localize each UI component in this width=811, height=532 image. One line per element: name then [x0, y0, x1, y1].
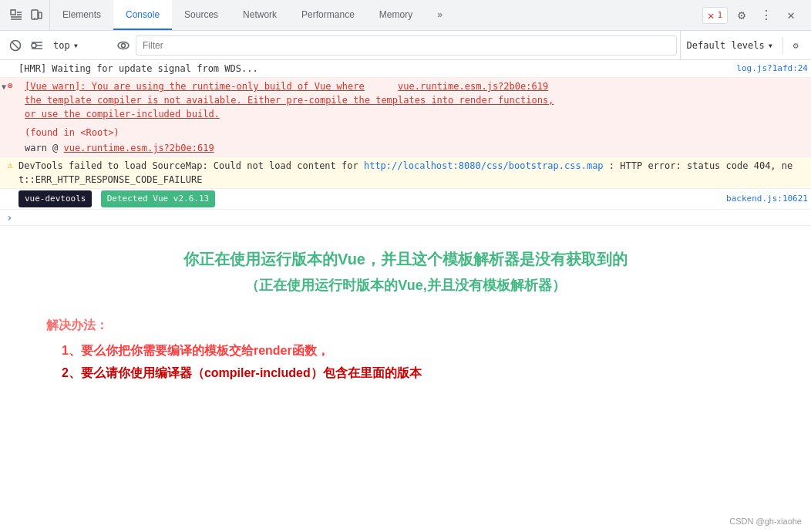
console-prompt-line: ›: [0, 210, 811, 226]
tab-list: Elements Console Sources Network Perform…: [50, 0, 696, 30]
solution-item-1: 1、要么你把你需要编译的模板交给render函数，: [46, 343, 765, 359]
error-icon: ✕: [708, 9, 714, 22]
tab-sources[interactable]: Sources: [172, 0, 231, 30]
vue-devtools-content: vue-devtools Detected Vue v2.6.13: [19, 190, 720, 207]
toolbar-divider: [782, 37, 783, 54]
warning-triangle-icon: ⚠: [5, 160, 15, 170]
vue-warn-line3: or use the compiler-included build.: [25, 109, 220, 120]
hmr-log-content: [HMR] Waiting for update signal from WDS…: [19, 62, 730, 76]
vue-warn-at-line: warn @ vue.runtime.esm.js?2b0e:619: [25, 141, 214, 155]
vue-devtools-line: vue-devtools Detected Vue v2.6.13 backen…: [0, 189, 811, 210]
svg-rect-0: [11, 10, 15, 15]
eye-icon[interactable]: [114, 36, 133, 55]
context-selector[interactable]: top ▾: [49, 39, 111, 52]
hmr-log-source[interactable]: log.js?1afd:24: [730, 62, 808, 76]
svg-point-3: [34, 17, 35, 19]
page-title-line1: 你正在使用运行版本的Vue，并且这个模板解析器是没有获取到的: [46, 249, 765, 270]
console-input[interactable]: [15, 212, 808, 223]
tab-bar-right: ✕ 1 ⚙ ⋮ ✕: [696, 5, 808, 26]
vue-detected-badge: Detected Vue v2.6.13: [101, 190, 215, 207]
close-icon[interactable]: ✕: [780, 5, 802, 26]
page-title-line2: （正在使用运行时版本的Vue,并且没有模板解析器）: [46, 276, 765, 295]
devtools-warn-content: DevTools failed to load SourceMap: Could…: [19, 159, 808, 187]
tab-network[interactable]: Network: [231, 0, 289, 30]
tab-elements[interactable]: Elements: [50, 0, 113, 30]
devtools-icons: [3, 0, 50, 30]
vue-warn-at-link[interactable]: vue.runtime.esm.js?2b0e:619: [64, 143, 214, 153]
solution-title: 解决办法：: [46, 318, 765, 334]
console-toolbar: top ▾ Default levels ▾ ⚙: [0, 31, 811, 60]
inspect-icon[interactable]: [9, 8, 23, 22]
devtools-source-link[interactable]: http://localhost:8080/css/bootstrap.css.…: [364, 160, 604, 171]
backend-source-link[interactable]: backend.js:10621: [720, 192, 808, 206]
svg-rect-2: [39, 12, 42, 19]
vue-warn-text-link[interactable]: [Vue warn]: You are using the runtime-on…: [25, 81, 365, 92]
solution-item-2: 2、要么请你使用编译器（compiler-included）包含在里面的版本: [46, 365, 765, 382]
error-badge: ✕ 1: [702, 7, 728, 24]
tab-performance[interactable]: Performance: [289, 0, 367, 30]
levels-selector[interactable]: Default levels ▾: [680, 31, 779, 59]
vue-devtools-badge: vue-devtools: [19, 190, 92, 207]
csdn-watermark: CSDN @gh-xiaohe: [729, 517, 802, 526]
devtools-warn-line: ⚠ DevTools failed to load SourceMap: Cou…: [0, 157, 811, 189]
vue-warn-found: (found in <Root>): [25, 126, 119, 140]
vue-warn-error-line: ⊗ ▼ [Vue warn]: You are using the runtim…: [0, 78, 811, 157]
svg-line-5: [12, 42, 19, 49]
filter-toggle-button[interactable]: [28, 36, 46, 55]
tab-bar: Elements Console Sources Network Perform…: [0, 0, 811, 31]
more-options-icon[interactable]: ⋮: [755, 5, 777, 26]
console-output: [HMR] Waiting for update signal from WDS…: [0, 60, 811, 532]
tab-console[interactable]: Console: [113, 0, 172, 30]
vue-warn-content: [Vue warn]: You are using the runtime-on…: [25, 79, 808, 121]
clear-console-button[interactable]: [6, 36, 25, 55]
console-settings-icon[interactable]: ⚙: [786, 36, 805, 55]
filter-input[interactable]: [136, 35, 677, 56]
page-content-area: 你正在使用运行版本的Vue，并且这个模板解析器是没有获取到的 （正在使用运行时版…: [0, 226, 811, 405]
hmr-log-line: [HMR] Waiting for update signal from WDS…: [0, 60, 811, 78]
error-circle-icon: ⊗: [5, 80, 15, 91]
svg-point-11: [122, 43, 126, 47]
svg-point-6: [32, 43, 36, 48]
settings-gear-icon[interactable]: ⚙: [731, 5, 752, 26]
tab-memory[interactable]: Memory: [367, 0, 425, 30]
vue-warn-source-link[interactable]: vue.runtime.esm.js?2b0e:619: [398, 81, 548, 92]
device-icon[interactable]: [29, 8, 43, 22]
vue-warn-line2: the template compiler is not available. …: [25, 95, 554, 106]
expand-arrow-icon[interactable]: ▼: [2, 80, 6, 94]
tab-more[interactable]: »: [425, 0, 455, 30]
prompt-arrow-icon: ›: [6, 211, 12, 224]
